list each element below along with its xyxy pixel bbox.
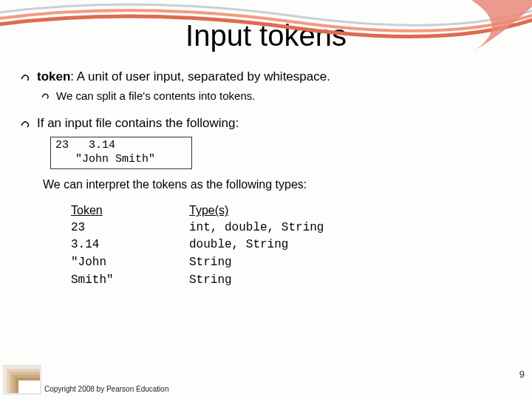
token-cell: Smith" — [71, 273, 188, 289]
bold-term: token — [37, 69, 70, 83]
col-header: Type(s) — [189, 204, 228, 216]
col-header: Token — [71, 204, 103, 216]
curl-bullet-icon — [41, 92, 52, 100]
table-row: 3.14 double, String — [71, 237, 324, 253]
token-cell: 23 — [71, 220, 188, 236]
interpret-text: We can interpret the tokens as the follo… — [21, 177, 511, 193]
page-number: 9 — [519, 369, 525, 380]
bullet-text: If an input file contains the following: — [37, 115, 239, 132]
token-cell: "John — [71, 255, 188, 271]
types-cell: int, double, String — [189, 220, 324, 236]
code-box: 23 3.14 "John Smith" — [50, 137, 192, 169]
table-header: Token Type(s) — [71, 202, 324, 219]
token-table: Token Type(s) 23 int, double, String 3.1… — [69, 201, 325, 290]
curl-bullet-icon — [21, 119, 33, 129]
table-row: Smith" String — [71, 273, 324, 289]
bullet-text: We can split a file's contents into toke… — [56, 89, 255, 103]
bullet-sub-1: We can split a file's contents into toke… — [21, 89, 511, 103]
table-row: 23 int, double, String — [71, 220, 324, 236]
bullet-main-1: token: A unit of user input, separated b… — [21, 69, 511, 86]
token-cell: 3.14 — [71, 237, 188, 253]
copyright-text: Copyright 2008 by Pearson Education — [44, 385, 168, 393]
types-cell: String — [189, 255, 324, 271]
corner-thumbnail — [3, 365, 41, 395]
bullet-main-2: If an input file contains the following: — [21, 115, 511, 132]
slide-title: Input tokens — [0, 19, 532, 52]
bullet-text: token: A unit of user input, separated b… — [37, 69, 330, 86]
slide-body: token: A unit of user input, separated b… — [0, 69, 532, 290]
types-cell: String — [189, 273, 324, 289]
table-row: "John String — [71, 255, 324, 271]
types-cell: double, String — [189, 237, 324, 253]
curl-bullet-icon — [21, 72, 33, 83]
